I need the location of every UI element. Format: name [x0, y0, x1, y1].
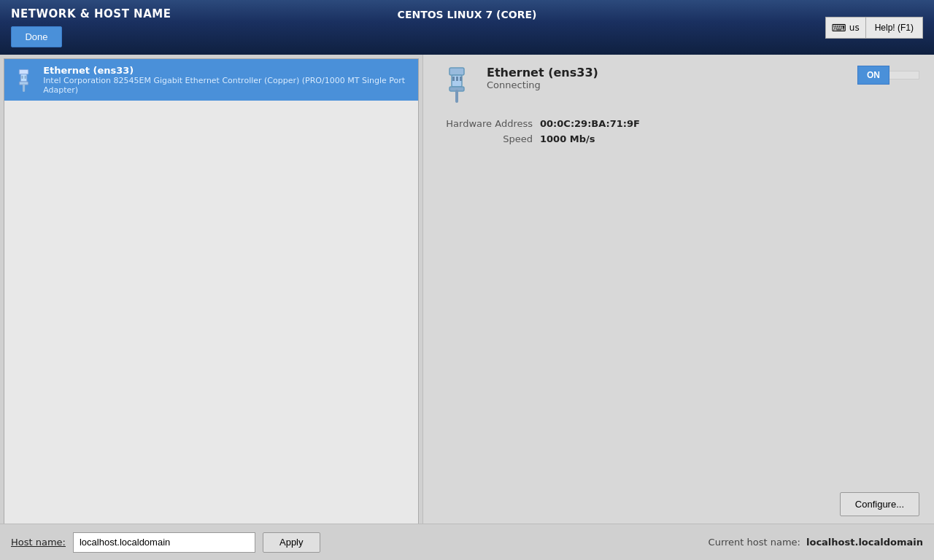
current-hostname-section: Current host name: localhost.localdomain — [709, 537, 923, 548]
right-panel: Ethernet (ens33) Connecting ON Hardware … — [423, 55, 934, 560]
left-panel: Ethernet (ens33) Intel Corporation 82545… — [0, 55, 423, 560]
ethernet-icon-container — [12, 67, 36, 93]
device-detail-name: Ethernet (ens33) — [487, 66, 846, 79]
main-content: Ethernet (ens33) Intel Corporation 82545… — [0, 55, 934, 560]
device-detail-info: Ethernet (ens33) Connecting — [487, 66, 846, 90]
hardware-address-row: Hardware Address 00:0C:29:BA:71:9F — [445, 118, 919, 129]
device-detail-status: Connecting — [487, 79, 846, 90]
header-right: ⌨ us Help! (F1) — [825, 17, 923, 39]
svg-rect-10 — [452, 77, 455, 81]
hostname-input[interactable] — [73, 532, 255, 553]
header-left: NETWORK & HOST NAME Done — [11, 7, 171, 47]
done-button[interactable]: Done — [11, 26, 62, 47]
keyboard-lang: us — [849, 23, 860, 33]
configure-button[interactable]: Configure... — [840, 492, 919, 516]
keyboard-icon: ⌨ — [832, 22, 846, 34]
keyboard-selector[interactable]: ⌨ us — [825, 17, 866, 39]
current-hostname-label: Current host name: — [709, 537, 800, 548]
hardware-address-value: 00:0C:29:BA:71:9F — [540, 118, 640, 129]
toggle-container: ON — [857, 66, 919, 85]
device-list: Ethernet (ens33) Intel Corporation 82545… — [4, 58, 419, 527]
help-button[interactable]: Help! (F1) — [866, 17, 923, 39]
svg-rect-0 — [19, 69, 28, 74]
hardware-address-label: Hardware Address — [445, 118, 533, 129]
speed-value: 1000 Mb/s — [540, 133, 595, 144]
device-list-desc: Intel Corporation 82545EM Gigabit Ethern… — [43, 76, 411, 95]
device-info: Ethernet (ens33) Intel Corporation 82545… — [43, 65, 411, 95]
toggle-on-button[interactable]: ON — [857, 66, 889, 85]
apply-button[interactable]: Apply — [263, 532, 320, 553]
os-title: CENTOS LINUX 7 (CORE) — [358, 9, 576, 20]
device-detail-header: Ethernet (ens33) Connecting ON — [438, 66, 919, 104]
bottom-bar: Host name: Apply Current host name: loca… — [0, 524, 934, 560]
device-list-item[interactable]: Ethernet (ens33) Intel Corporation 82545… — [4, 59, 418, 101]
speed-label: Speed — [445, 133, 533, 144]
hostname-label-underline: H — [11, 537, 18, 548]
svg-rect-4 — [21, 75, 23, 78]
hostname-label: Host name: — [11, 537, 66, 548]
svg-rect-5 — [25, 75, 26, 78]
current-hostname-value: localhost.localdomain — [806, 537, 923, 548]
ethernet-icon-small — [12, 67, 36, 93]
svg-rect-11 — [456, 77, 458, 81]
svg-rect-6 — [449, 68, 464, 75]
hostname-section: Host name: Apply — [11, 532, 320, 553]
page-title: NETWORK & HOST NAME — [11, 7, 171, 20]
device-properties: Hardware Address 00:0C:29:BA:71:9F Speed… — [445, 118, 919, 149]
device-large-icon-container — [438, 66, 476, 104]
ethernet-icon-large — [438, 66, 476, 104]
toggle-off-button[interactable] — [889, 71, 919, 79]
header: NETWORK & HOST NAME Done CENTOS LINUX 7 … — [0, 0, 934, 55]
device-list-name: Ethernet (ens33) — [43, 65, 411, 76]
svg-rect-12 — [460, 77, 462, 81]
speed-row: Speed 1000 Mb/s — [445, 133, 919, 144]
